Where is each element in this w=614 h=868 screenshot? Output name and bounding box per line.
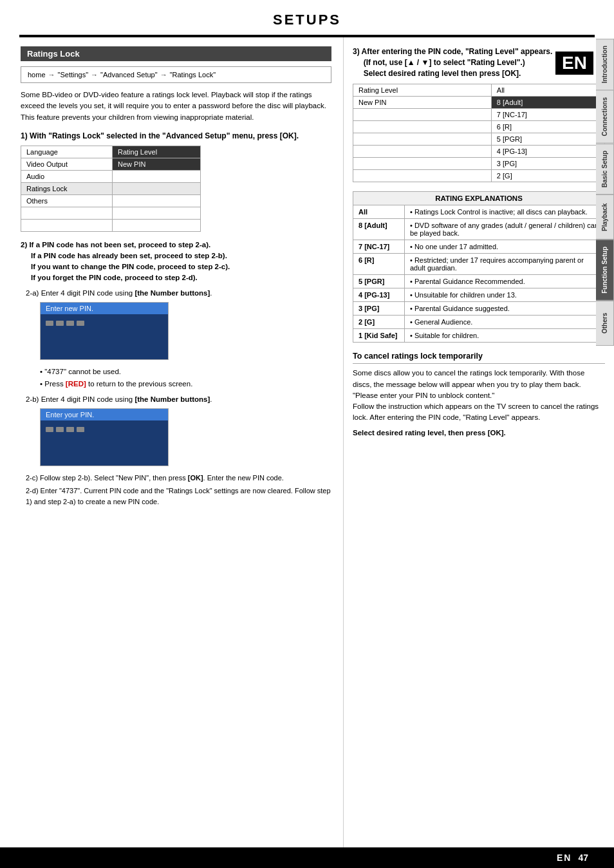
table-row: 2 [G] — [353, 170, 605, 182]
section-header: Ratings Lock — [21, 46, 331, 61]
pin-dot-b2 — [56, 427, 64, 432]
cancel-header: To cancel ratings lock temporarily — [353, 352, 605, 364]
table-row: 7 [NC-17] • No one under 17 admitted. — [353, 240, 605, 254]
menu-row-video-output: Video Output — [21, 158, 113, 170]
explain-text-8: • DVD software of any grades (adult / ge… — [405, 219, 605, 240]
sidebar-tab-connections[interactable]: Connections — [596, 90, 614, 144]
pin-dot-a3 — [66, 321, 74, 326]
table-row: Others — [21, 194, 201, 207]
rating-table: Rating Level All New PIN 8 [Adult] 7 [NC… — [353, 84, 605, 182]
table-row — [21, 207, 201, 219]
pin-dot-a1 — [46, 321, 53, 326]
rating-val-5: 5 [PGR] — [491, 133, 604, 146]
explain-rating-6: 6 [R] — [353, 254, 405, 275]
explain-rating-3: 3 [PG] — [353, 302, 405, 316]
table-row: 5 [PGR] • Parental Guidance Recommended. — [353, 275, 605, 288]
pin-dots-a — [46, 321, 163, 326]
rating-val-7: 3 [PG] — [491, 158, 604, 170]
rating-val-2: 8 [Adult] — [491, 97, 604, 109]
table-row: 2 [G] • General Audience. — [353, 316, 605, 329]
table-row: All • Ratings Lock Control is inactive; … — [353, 205, 605, 219]
explain-rating-5: 5 [PGR] — [353, 275, 405, 288]
explain-rating-4: 4 [PG-13] — [353, 288, 405, 302]
menu-row-ratings-lock-val — [113, 182, 201, 194]
pin-screen-a: Enter new PIN. — [40, 302, 169, 360]
table-row: 4 [PG-13] — [353, 146, 605, 158]
sidebar-tab-playback[interactable]: Playback — [596, 194, 614, 240]
intro-text: Some BD-video or DVD-video feature a rat… — [21, 90, 331, 123]
bottom-bar: EN 47 — [0, 847, 614, 868]
cancel-bold-text: Select desired rating level, then press … — [353, 429, 605, 437]
explain-text-3: • Parental Guidance suggested. — [405, 302, 605, 316]
rating-label-5 — [353, 133, 492, 146]
menu-row-audio: Audio — [21, 170, 113, 182]
rating-val-6: 4 [PG-13] — [491, 146, 604, 158]
pin-dot-a4 — [77, 321, 84, 326]
en-badge-top: EN — [555, 52, 593, 75]
bottom-en-label: EN — [557, 853, 572, 863]
pin-dot-a2 — [56, 321, 64, 326]
cancel-text: Some discs allow you to cancel the ratin… — [353, 368, 605, 423]
table-row: Rating Level All — [353, 84, 605, 97]
pin-screen-a-body — [41, 314, 168, 359]
pin-screen-a-header: Enter new PIN. — [41, 303, 168, 314]
table-row: 3 [PG] • Parental Guidance suggested. — [353, 302, 605, 316]
explain-text-1: • Suitable for children. — [405, 329, 605, 343]
table-row: Audio — [21, 170, 201, 182]
rating-label-4 — [353, 121, 492, 133]
table-row: 5 [PGR] — [353, 133, 605, 146]
table-row: 3 [PG] — [353, 158, 605, 170]
breadcrumb-arrow-1: → — [48, 71, 55, 79]
bottom-page-number: 47 — [578, 853, 588, 863]
rating-label-3 — [353, 109, 492, 121]
menu-row-new-pin: New PIN — [113, 158, 201, 170]
sidebar-tab-others[interactable]: Others — [596, 301, 614, 346]
explain-rating-2: 2 [G] — [353, 316, 405, 329]
explain-text-4: • Unsuitable for children under 13. — [405, 288, 605, 302]
rating-val-8: 2 [G] — [491, 170, 604, 182]
explain-rating-1: 1 [Kid Safe] — [353, 329, 405, 343]
menu-row-others-val — [113, 194, 201, 207]
explain-rating-7: 7 [NC-17] — [353, 240, 405, 254]
table-row: 7 [NC-17] — [353, 109, 605, 121]
explain-text-6: • Restricted; under 17 requires accompan… — [405, 254, 605, 275]
menu-row-language: Language — [21, 146, 113, 158]
page-title: SETUPS — [19, 0, 595, 36]
breadcrumb-home: home — [28, 71, 46, 79]
rating-val-1: All — [491, 84, 604, 97]
pin-dot-b3 — [66, 427, 74, 432]
pin-screen-b: Enter your PIN. — [40, 408, 169, 466]
rating-val-3: 7 [NC-17] — [491, 109, 604, 121]
step2b-label: 2-b) Enter 4 digit PIN code using [the N… — [26, 394, 331, 404]
breadcrumb-advanced: "Advanced Setup" — [100, 71, 158, 79]
explain-text-7: • No one under 17 admitted. — [405, 240, 605, 254]
bullet-a2: Press [RED] to return to the previous sc… — [40, 379, 331, 389]
sidebar-tab-basic-setup[interactable]: Basic Setup — [596, 144, 614, 194]
explain-text-all: • Ratings Lock Control is inactive; all … — [405, 205, 605, 219]
step2c-text: 2-c) Follow step 2-b). Select "New PIN",… — [26, 473, 331, 484]
sidebar-tab-function-setup[interactable]: Function Setup — [596, 240, 614, 301]
explain-header: RATING EXPLANATIONS — [353, 192, 605, 205]
bullet-list-a: "4737" cannot be used. Press [RED] to re… — [40, 366, 331, 389]
step2a-label: 2-a) Enter 4 digit PIN code using [the N… — [26, 288, 331, 298]
sidebar-tab-introduction[interactable]: Introduction — [596, 39, 614, 90]
menu-row-audio-val — [113, 170, 201, 182]
menu-row-empty2-val — [113, 219, 201, 231]
table-row: 6 [R] — [353, 121, 605, 133]
table-row: 8 [Adult] • DVD software of any grades (… — [353, 219, 605, 240]
breadcrumb-arrow-2: → — [91, 71, 98, 79]
sidebar-tabs: Introduction Connections Basic Setup Pla… — [596, 39, 614, 346]
pin-screen-b-body — [41, 420, 168, 466]
pin-screen-b-header: Enter your PIN. — [41, 409, 168, 420]
table-row: Language Rating Level — [21, 146, 201, 158]
rating-val-4: 6 [R] — [491, 121, 604, 133]
rating-label-6 — [353, 146, 492, 158]
table-row: Ratings Lock — [21, 182, 201, 194]
table-header-row: RATING EXPLANATIONS — [353, 192, 605, 205]
explain-rating-8: 8 [Adult] — [353, 219, 405, 240]
menu-row-rating-level: Rating Level — [113, 146, 201, 158]
rating-label-1: Rating Level — [353, 84, 492, 97]
rating-label-7 — [353, 158, 492, 170]
breadcrumb-lock: "Ratings Lock" — [170, 71, 216, 79]
pin-dots-b — [46, 427, 163, 432]
